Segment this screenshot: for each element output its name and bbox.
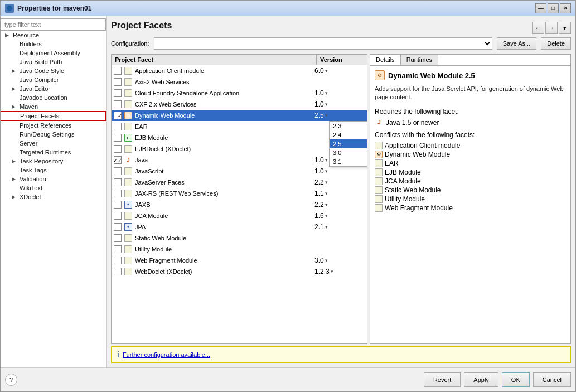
menu-button[interactable]: ▾ [559,22,571,34]
window-title: Properties for maven01 [17,4,91,12]
back-button[interactable]: ← [532,22,544,34]
facet-checkbox[interactable] [114,89,122,97]
facet-checkbox[interactable] [114,245,122,253]
sidebar-item-xdoclet[interactable]: ▶XDoclet [1,192,106,201]
sidebar-item-java-build-path[interactable]: Java Build Path [1,57,106,66]
version-dropdown-arrow[interactable]: ▾ [325,180,328,185]
sidebar-item-project-references[interactable]: Project References [1,121,106,130]
version-dropdown-arrow[interactable]: ▾ [325,168,328,174]
maximize-button[interactable]: □ [548,3,559,13]
dropdown-option[interactable]: 2.3 [330,122,367,130]
facet-checkbox[interactable] [114,123,122,130]
facet-row[interactable]: WebDoclet (XDoclet) 1.2.3 ▾ [112,266,367,277]
version-dropdown-arrow[interactable]: ▾ [325,113,328,118]
version-dropdown-arrow[interactable]: ▾ [325,191,328,196]
facet-checkbox[interactable] [114,234,122,242]
facet-row[interactable]: Axis2 Web Services [112,76,367,88]
facet-checkbox[interactable] [114,212,122,220]
help-button[interactable]: ? [5,374,17,386]
config-label: Configuration: [111,40,149,47]
version-dropdown-arrow[interactable]: ▾ [325,213,328,219]
sidebar-item-javadoc-location[interactable]: Javadoc Location [1,93,106,102]
further-config-link[interactable]: Further configuration available... [123,351,210,358]
facet-row[interactable]: ✦ JPA 2.1 ▾ [112,221,367,233]
facet-row[interactable]: Web Fragment Module 3.0 ▾ [112,255,367,266]
version-dropdown-arrow[interactable]: ▾ [325,157,328,163]
facet-row[interactable]: JCA Module 1.6 ▾ [112,210,367,221]
sidebar-item-java-editor[interactable]: ▶Java Editor [1,84,106,93]
expand-arrow: ▶ [12,158,17,164]
version-dropdown-arrow[interactable]: ▾ [325,101,328,107]
dropdown-option[interactable]: 2.4 [330,130,367,139]
facet-checkbox[interactable] [114,268,122,275]
tab-details[interactable]: Details [370,55,401,65]
facet-checkbox[interactable] [114,223,122,231]
sidebar-item-server[interactable]: Server [1,139,106,148]
facet-checkbox[interactable] [114,257,122,264]
facet-checkbox[interactable] [114,67,122,75]
sidebar-item-java-code-style[interactable]: ▶Java Code Style [1,66,106,75]
facet-name: JCA Module [135,212,314,219]
facet-row[interactable]: JAX-RS (REST Web Services) 1.1 ▾ [112,188,367,199]
sidebar-item-java-compiler[interactable]: Java Compiler [1,75,106,84]
facet-checkbox[interactable] [114,78,122,86]
facet-row[interactable]: CXF 2.x Web Services 1.0 ▾ [112,99,367,110]
facet-checkbox[interactable] [114,178,122,186]
ok-button[interactable]: OK [502,372,530,387]
close-button[interactable]: ✕ [560,3,571,13]
sidebar-item-run/debug-settings[interactable]: Run/Debug Settings [1,130,106,139]
facets-header: Project Facet Version [112,55,367,65]
facet-checkbox[interactable] [114,134,122,142]
sidebar-item-builders[interactable]: Builders [1,40,106,49]
version-dropdown-arrow[interactable]: ▾ [325,258,328,263]
sidebar-item-project-facets[interactable]: Project Facets [1,111,106,121]
version-dropdown-arrow[interactable]: ▾ [325,202,328,207]
sidebar-item-task-repository[interactable]: ▶Task Repository [1,157,106,166]
facet-row[interactable]: JavaServer Faces 2.2 ▾ [112,177,367,188]
sidebar-item-wikitext[interactable]: WikiText [1,183,106,192]
sidebar-item-deployment-assembly[interactable]: Deployment Assembly [1,49,106,57]
sidebar-item-maven[interactable]: ▶Maven [1,102,106,111]
facet-checkbox[interactable] [114,145,122,153]
tab-runtimes[interactable]: Runtimes [401,55,438,65]
config-select[interactable] [154,37,492,50]
cancel-button[interactable]: Cancel [533,372,571,387]
facet-version: 1.0 ▾ [314,100,365,108]
version-dropdown-arrow[interactable]: ▾ [325,90,328,96]
version-dropdown-arrow[interactable]: ▾ [325,68,328,74]
right-panel: Project Facets ← → ▾ Configuration: Save… [107,16,575,367]
facet-icon [124,144,133,153]
sidebar-item-validation[interactable]: ▶Validation [1,175,106,183]
facet-row[interactable]: Utility Module [112,244,367,255]
facet-checkbox[interactable] [114,167,122,175]
apply-button[interactable]: Apply [464,372,498,387]
save-as-button[interactable]: Save As... [497,37,537,50]
facet-row[interactable]: Cloud Foundry Standalone Application 1.0… [112,88,367,99]
facet-row[interactable]: Static Web Module [112,233,367,244]
version-dropdown-arrow[interactable]: ▾ [325,224,328,230]
details-title-text: Dynamic Web Module 2.5 [388,71,475,80]
delete-button[interactable]: Delete [541,37,571,50]
facet-checkbox[interactable] [114,100,122,108]
sidebar-item-targeted-runtimes[interactable]: Targeted Runtimes [1,148,106,157]
dropdown-option[interactable]: 3.0 [330,148,367,157]
facet-row[interactable]: Application Client module 6.0 ▾ [112,65,367,76]
minimize-button[interactable]: — [535,3,546,13]
facet-checkbox[interactable] [114,190,122,197]
facet-checkbox[interactable] [114,201,122,209]
facet-name: Static Web Module [135,235,314,241]
dropdown-option[interactable]: 3.1 [330,157,367,166]
dropdown-option[interactable]: 2.5 [330,139,367,148]
filter-input[interactable] [1,18,106,31]
sidebar-item-task-tags[interactable]: Task Tags [1,166,106,175]
facet-name: CXF 2.x Web Services [135,101,314,108]
forward-button[interactable]: → [545,22,558,34]
facet-checkbox[interactable]: ✓ [114,156,122,164]
facet-checkbox[interactable]: ✓ [114,112,122,119]
facet-row[interactable]: ✦ JAXB 2.2 ▾ [112,199,367,210]
facet-row[interactable]: ✓ ⚙ Dynamic Web Module 2.5 ▾ [112,110,367,121]
version-dropdown-arrow[interactable]: ▾ [331,269,333,274]
sidebar-item-resource[interactable]: ▶Resource [1,31,106,40]
facet-row[interactable]: JavaScript 1.0 ▾ [112,166,367,177]
revert-button[interactable]: Revert [424,372,461,387]
